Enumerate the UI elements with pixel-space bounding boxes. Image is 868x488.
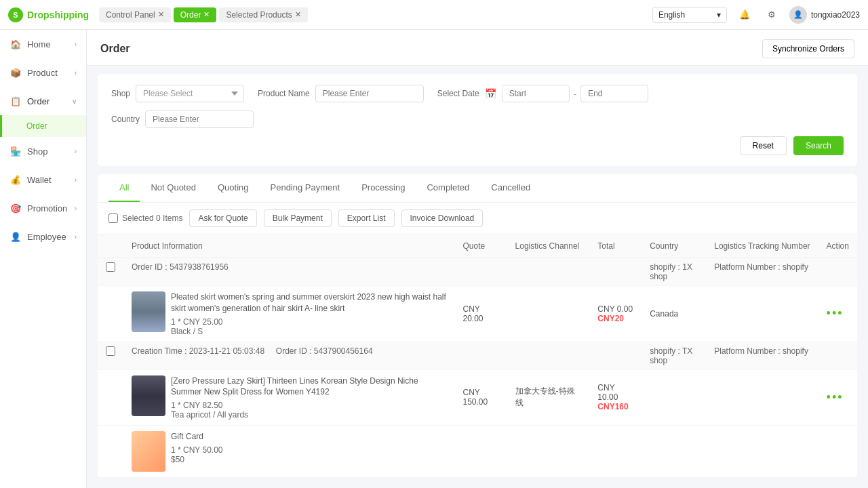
product-country-2: [642, 369, 706, 426]
username: tongxiao2023: [811, 10, 860, 20]
order-1-checkbox[interactable]: [106, 262, 115, 272]
order-header-row-2: Creation Time : 2023-11-21 05:03:48 Orde…: [98, 342, 857, 369]
topbar-right: English ▾ 🔔 ⚙ 👤 tongxiao2023: [652, 5, 860, 24]
tab-all[interactable]: All: [108, 174, 140, 202]
invoice-download-button[interactable]: Invoice Download: [401, 209, 484, 227]
chevron-promotion-icon: ›: [75, 205, 77, 212]
product-info-1: Pleated skirt women's spring and summer …: [132, 291, 447, 336]
topbar-tabs: Control Panel ✕ Order ✕ Selected Product…: [99, 7, 648, 22]
sidebar-item-home[interactable]: 🏠 Home ›: [0, 30, 86, 58]
order-2-checkbox[interactable]: [106, 346, 115, 356]
logo: S Dropshipping: [8, 7, 95, 22]
tab-pending-payment[interactable]: Pending Payment: [260, 174, 351, 202]
product-action-3: [818, 426, 857, 478]
calendar-icon[interactable]: 📅: [485, 88, 496, 99]
product-total-3: [589, 426, 642, 478]
shop-filter-select[interactable]: Please Select: [136, 85, 244, 102]
home-icon: 🏠: [9, 38, 22, 50]
close-order-icon[interactable]: ✕: [203, 10, 210, 19]
action-dots-1[interactable]: •••: [827, 306, 844, 320]
date-start-input[interactable]: [502, 85, 570, 102]
settings-button[interactable]: ⚙: [762, 5, 781, 24]
product-name-filter-input[interactable]: [315, 85, 424, 102]
logo-text: Dropshipping: [27, 9, 89, 20]
close-selected-products-icon[interactable]: ✕: [295, 10, 301, 19]
product-name-filter-group: Product Name: [258, 85, 424, 102]
sidebar-order-submenu: Order: [0, 115, 86, 137]
product-qty-1: 1 * CNY 25.00: [171, 317, 447, 327]
product-icon: 📦: [9, 66, 22, 79]
product-variant-3: $50: [171, 455, 447, 464]
user-menu[interactable]: 👤 tongxiao2023: [789, 6, 860, 24]
sidebar-subitem-order[interactable]: Order: [0, 115, 86, 137]
product-details-1: Pleated skirt women's spring and summer …: [171, 291, 447, 336]
product-image-2: [132, 375, 165, 416]
search-button[interactable]: Search: [793, 136, 844, 155]
tab-cancelled[interactable]: Cancelled: [480, 174, 541, 202]
sidebar-item-product[interactable]: 📦 Product ›: [0, 58, 86, 87]
sidebar-label-shop: Shop: [22, 146, 75, 157]
product-info-2: [Zero Pressure Lazy Skirt] Thirteen Line…: [132, 375, 447, 420]
main-content: Order Synchronize Orders Shop Please Sel…: [87, 30, 868, 488]
sidebar-item-promotion[interactable]: 🎯 Promotion ›: [0, 194, 86, 222]
language-selector[interactable]: English ▾: [652, 7, 727, 23]
col-country: Country: [642, 235, 706, 258]
sidebar-item-employee[interactable]: 👤 Employee ›: [0, 222, 86, 251]
date-end-input[interactable]: [580, 85, 648, 102]
tab-not-quoted[interactable]: Not Quoted: [140, 174, 207, 202]
product-total-2: CNY 10.00CNY160: [589, 369, 642, 426]
col-check: [98, 235, 123, 258]
reset-button[interactable]: Reset: [740, 136, 787, 155]
col-logistics-tracking: Logistics Tracking Number: [706, 235, 818, 258]
sidebar-label-home: Home: [22, 39, 75, 49]
sidebar-item-shop[interactable]: 🏪 Shop ›: [0, 137, 86, 165]
order-status-tabs: All Not Quoted Quoting Pending Payment P…: [98, 174, 857, 203]
sidebar-label-product: Product: [22, 68, 75, 78]
table-row: Gift Card 1 * CNY 50.00 $50: [98, 426, 857, 478]
lang-dropdown-icon: ▾: [717, 10, 721, 20]
selected-count-label: Selected 0 Items: [122, 214, 182, 223]
product-name-3: Gift Card: [171, 431, 447, 443]
product-variant-1: Black / S: [171, 327, 447, 336]
action-dots-2[interactable]: •••: [827, 390, 844, 404]
page-header: Order Synchronize Orders: [87, 30, 868, 66]
product-tracking-2: [706, 369, 818, 426]
tab-completed[interactable]: Completed: [416, 174, 480, 202]
order-2-id: Order ID : 5437900456164: [276, 346, 373, 356]
product-name-filter-label: Product Name: [258, 89, 310, 98]
avatar: 👤: [789, 6, 807, 24]
notification-button[interactable]: 🔔: [735, 5, 754, 24]
product-variant-2: Tea apricot / All yards: [171, 410, 447, 420]
synchronize-orders-button[interactable]: Synchronize Orders: [762, 39, 854, 58]
product-action-1[interactable]: •••: [818, 286, 857, 342]
gear-icon: ⚙: [768, 9, 776, 20]
tab-quoting[interactable]: Quoting: [207, 174, 260, 202]
select-all-checkbox[interactable]: [108, 214, 118, 223]
country-filter-group: Country: [111, 110, 254, 128]
tab-order[interactable]: Order ✕: [174, 7, 217, 22]
ask-for-quote-button[interactable]: Ask for Quote: [189, 209, 256, 227]
product-quote-2: CNY 150.00: [455, 369, 507, 426]
tab-processing[interactable]: Processing: [351, 174, 416, 202]
order-toolbar: Selected 0 Items Ask for Quote Bulk Paym…: [98, 203, 857, 235]
product-tracking-3: [706, 426, 818, 478]
tab-selected-products[interactable]: Selected Products ✕: [219, 7, 307, 22]
close-control-panel-icon[interactable]: ✕: [158, 10, 164, 19]
bulk-payment-button[interactable]: Bulk Payment: [264, 209, 332, 227]
shop-filter-label: Shop: [111, 89, 130, 98]
export-list-button[interactable]: Export List: [338, 209, 395, 227]
order-1-id: Order ID : 5437938761956: [132, 262, 229, 272]
sidebar-item-wallet[interactable]: 💰 Wallet ›: [0, 165, 86, 194]
sidebar-item-order[interactable]: 📋 Order ∨: [0, 87, 86, 115]
country-filter-input[interactable]: [145, 110, 254, 128]
date-separator: -: [574, 89, 576, 99]
avatar-icon: 👤: [793, 10, 803, 19]
product-quote-3: [455, 426, 507, 478]
order-2-platform: shopify : TX shop: [650, 346, 692, 365]
order-1-platform-num: Platform Number : shopify: [714, 262, 808, 272]
col-total: Total: [589, 235, 642, 258]
order-icon: 📋: [9, 95, 22, 107]
product-action-2[interactable]: •••: [818, 369, 857, 426]
product-logistics-3: [507, 426, 590, 478]
tab-control-panel[interactable]: Control Panel ✕: [99, 7, 171, 22]
